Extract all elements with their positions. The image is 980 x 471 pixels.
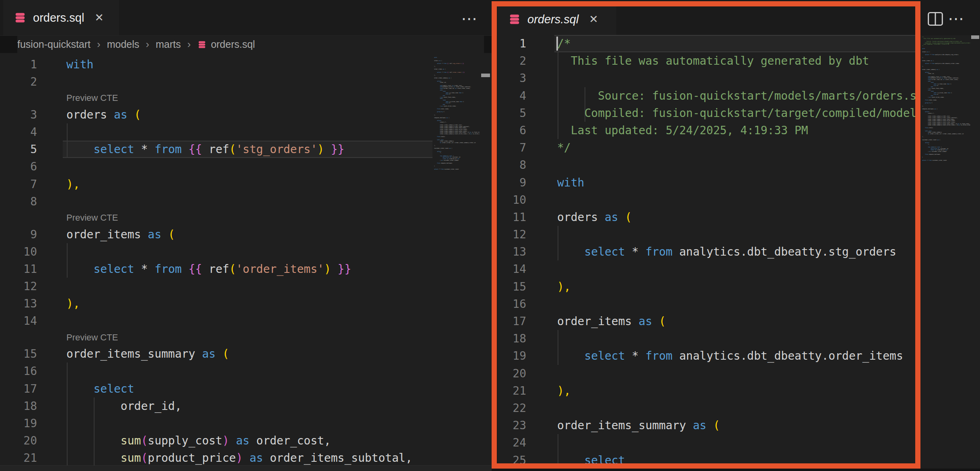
code-line-content: select [66,380,134,397]
code-line: 17order_items as ( [497,313,916,330]
line-number: 7 [497,139,526,156]
code-line: 17 select [0,380,432,397]
code-line: 19 [0,415,432,432]
line-number: 4 [0,123,37,141]
overview-ruler-cursor-mark [971,35,979,39]
code-line-content: select * from {{ ref('stg_orders') }} [66,141,344,158]
code-line: 18 order_id, [0,397,432,415]
code-lens-preview-cte[interactable]: Preview CTE [66,90,118,106]
chevron-right-icon: › [187,38,191,51]
line-number: 3 [0,106,37,123]
code-line-content: ), [66,295,80,312]
database-icon [14,12,27,24]
line-number: 23 [497,417,526,434]
code-line: 24 [497,434,916,451]
code-line: 14 [0,312,432,330]
code-line-content: /* [557,35,571,52]
line-number: 22 [497,399,526,417]
horizontal-scrollbar-area[interactable] [0,465,492,471]
more-actions-icon[interactable]: ⋯ [948,10,966,27]
line-number: 6 [497,122,526,139]
indent-guide [558,434,558,451]
indent-guide [558,226,558,243]
code-lens-row: Preview CTE [0,90,432,106]
code-lens-preview-cte[interactable]: Preview CTE [66,210,118,226]
code-editor-source[interactable]: 1with2Preview CTE3orders as (45 select *… [0,53,432,471]
minimap[interactable]: with orders as ( select * from {{ ref('s… [432,53,480,471]
code-line: 9order_items as ( [0,226,432,243]
code-line-content: with [557,174,584,191]
code-lens-row: Preview CTE [0,210,432,226]
code-line-content: select * from analytics.dbt_dbeatty.orde… [557,347,903,365]
line-number: 5 [497,104,526,122]
code-line: 4 [0,123,432,141]
line-number: 12 [497,226,526,243]
more-actions-icon[interactable]: ⋯ [461,10,480,27]
code-line: 12 [0,278,432,295]
code-line: 1with [0,56,432,73]
code-line-content: ), [557,278,571,295]
line-number: 1 [0,56,37,73]
line-number: 16 [497,295,526,313]
line-number: 18 [497,330,526,347]
line-number: 17 [497,313,526,330]
line-number: 6 [0,158,37,175]
line-number: 15 [497,278,526,295]
code-line-content: orders as ( [557,209,632,226]
code-line: 10 [0,243,432,260]
tab-orders-sql-left[interactable]: orders.sql ✕ [3,0,119,35]
line-number: 9 [497,174,526,191]
line-number: 15 [0,345,37,362]
indent-guide [67,123,68,141]
code-line: 15), [497,278,916,295]
code-line-content: sum(supply_cost) as order_cost, [66,432,331,449]
code-line: 20 [497,365,916,382]
code-lens-preview-cte[interactable]: Preview CTE [66,330,118,346]
code-line: 3 [497,70,916,87]
code-line: 2 [0,73,432,90]
code-editor-compiled-preview[interactable]: 1/*2 This file was automatically generat… [497,35,916,469]
close-icon[interactable]: ✕ [95,12,104,23]
code-line-content: ), [66,176,80,193]
breadcrumb-item-file[interactable]: orders.sql [197,39,255,50]
line-number: 14 [0,312,37,330]
line-number: 8 [0,193,37,210]
code-line: 11orders as ( [497,209,916,226]
code-line: 16 [0,362,432,380]
code-line: 13 select * from analytics.dbt_dbeatty.s… [497,243,916,260]
code-line: 5 Compiled: fusion-quickstart/target/com… [497,104,916,122]
code-line-content: Source: fusion-quickstart/models/marts/o… [557,87,916,104]
code-line: 21 sum(product_price) as order_items_sub… [0,449,432,467]
tab-orders-sql-preview[interactable]: orders.sql ✕ [498,3,616,35]
overview-ruler [480,53,492,471]
line-number: 11 [497,209,526,226]
code-line-content: This file was automatically generated by… [557,52,869,70]
line-number: 20 [497,365,526,382]
line-number: 13 [497,243,526,260]
code-line: 7), [0,176,432,193]
split-editor-icon[interactable] [928,12,943,26]
line-number: 1 [497,35,526,52]
indent-guide [94,415,95,432]
code-line-content: select * from {{ ref('order_items') }} [66,260,351,278]
code-line-content: order_items_summary as ( [557,417,720,434]
line-number: 14 [497,260,526,278]
overview-ruler [970,35,980,469]
close-icon[interactable]: ✕ [589,14,598,25]
breadcrumb-item-project[interactable]: fusion-quickstart [17,39,91,50]
minimap[interactable]: /* This file was automatically generated… [920,35,970,469]
line-number: 24 [497,434,526,451]
code-line: 9with [497,174,916,191]
database-icon [508,13,521,25]
breadcrumb-file-label: orders.sql [211,39,255,50]
code-line: 1/* [497,35,916,52]
line-number: 2 [497,52,526,70]
line-number: 20 [0,432,37,449]
code-line: 11 select * from {{ ref('order_items') }… [0,260,432,278]
code-line: 4 Source: fusion-quickstart/models/marts… [497,87,916,104]
breadcrumb-item-models[interactable]: models [107,39,140,50]
indent-guide [558,70,558,87]
line-number: 10 [0,243,37,260]
code-line: 14 [497,260,916,278]
breadcrumb-item-marts[interactable]: marts [156,39,181,50]
